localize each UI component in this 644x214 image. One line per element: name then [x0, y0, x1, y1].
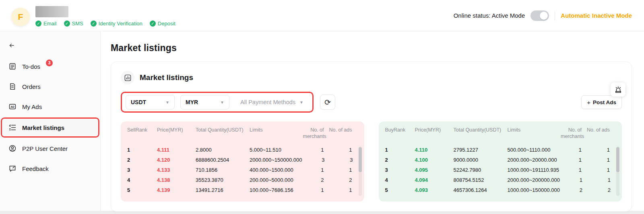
check-icon: ✓: [35, 21, 41, 27]
table-scrollbar[interactable]: [359, 146, 362, 196]
table-cell: 2: [326, 175, 352, 185]
table-cell: 2: [584, 185, 611, 195]
sidebar-item-label: To-dos: [22, 63, 40, 70]
payment-methods-value: All Payment Methods: [240, 99, 295, 105]
sidebar-item-p2p-user-center[interactable]: P2P User Center: [0, 138, 100, 158]
column-header: No. of ads: [326, 127, 352, 134]
table-cell: 1: [385, 145, 413, 155]
table-cell: 4.133: [157, 165, 194, 175]
coin-dropdown[interactable]: USDT ▼: [126, 95, 175, 109]
scrollbar-thumb[interactable]: [359, 147, 362, 172]
badge-label: Email: [43, 21, 57, 27]
market-listings-icon: [8, 123, 17, 132]
table-row: 34.133710.1856400.000~1500.00011: [127, 165, 359, 175]
top-right: Online status: Active Mode Automatic Ina…: [454, 10, 632, 21]
table-cell: 1: [583, 145, 610, 155]
badge-label: Identity Verification: [99, 21, 142, 27]
table-cell: 2: [127, 155, 155, 165]
app-window: F ✓ Email ✓ SMS ✓ Identity Verification: [0, 0, 644, 211]
sidebar-item-todos[interactable]: To-dos 3: [0, 56, 100, 76]
fiat-dropdown[interactable]: MYR ▼: [180, 95, 229, 109]
todos-count-badge: 3: [46, 60, 53, 66]
table-cell: 2000.000~150000.000: [250, 155, 302, 165]
svg-text:AD: AD: [10, 105, 14, 108]
annotation-box-sidebar: Market listings: [1, 117, 99, 138]
table-cell: 5.000~11.510: [250, 145, 301, 155]
table-cell: 3: [385, 165, 413, 175]
column-header: BuyRank: [385, 127, 413, 134]
chevron-down-icon: ▼: [299, 100, 303, 105]
table-cell: 1: [326, 185, 352, 195]
sidebar: To-dos 3 Orders AD My Ads: [0, 31, 101, 211]
table-cell: 4: [385, 175, 413, 185]
refresh-button[interactable]: ⟳: [320, 95, 335, 110]
table-row: 54.13913491.2716100.000~7686.15611: [127, 185, 359, 195]
table-cell: 4.139: [157, 185, 194, 195]
payment-methods-dropdown[interactable]: All Payment Methods ▼: [235, 95, 309, 109]
table-cell: 4657306.1264: [454, 185, 506, 195]
table-cell: 3: [326, 155, 353, 165]
table-cell: 5: [385, 185, 413, 195]
table-cell: 4.094: [415, 175, 452, 185]
automatic-inactive-mode-link[interactable]: Automatic Inactive Mode: [561, 12, 632, 19]
post-ads-button[interactable]: + Post Ads: [581, 95, 622, 109]
table-cell: 13491.2716: [196, 185, 248, 195]
table-cell: 9000.0000: [454, 155, 506, 165]
table-scrollbar[interactable]: [616, 146, 619, 196]
column-header: SellRank: [127, 127, 155, 134]
announcement-tab[interactable]: [611, 82, 625, 97]
sidebar-item-market-listings[interactable]: Market listings: [2, 119, 98, 136]
table-cell: 3: [127, 165, 155, 175]
post-ads-label: Post Ads: [593, 99, 616, 105]
table-cell: 4.111: [157, 145, 194, 155]
table-cell: 4.110: [415, 145, 452, 155]
table-cell: 1: [583, 155, 610, 165]
table-cell: 500.000~1110.000: [508, 145, 559, 155]
chevron-down-icon: ▼: [220, 100, 224, 105]
check-icon: ✓: [91, 21, 97, 27]
table-cell: 4.138: [157, 175, 194, 185]
sidebar-item-my-ads[interactable]: AD My Ads: [0, 97, 100, 117]
table-cell: 1: [326, 145, 352, 155]
table-row: 24.1009000.00002000.000~20000.00011: [385, 155, 617, 165]
table-cell: 200.000~5000.000: [250, 175, 301, 185]
table-cell: 2: [303, 175, 324, 185]
sidebar-item-label: Orders: [22, 83, 41, 90]
online-status-label: Online status: Active Mode: [454, 12, 525, 19]
sidebar-item-feedback[interactable]: Feedback: [0, 158, 100, 179]
table-cell: 1000.000~150000.000: [508, 185, 560, 195]
fiat-dropdown-value: MYR: [186, 99, 198, 105]
my-ads-icon: AD: [8, 102, 17, 111]
sidebar-item-label: My Ads: [22, 103, 42, 110]
column-header: Price(MYR): [157, 127, 194, 134]
username-redacted: [35, 6, 68, 17]
table-cell: 710.1856: [196, 165, 248, 175]
table-cell: 52242.7980: [454, 165, 506, 175]
buy-table: BuyRank Price(MYR) Total Quantity(USDT) …: [379, 121, 622, 202]
column-header: Total Quantity(USDT): [196, 127, 248, 134]
feedback-icon: [8, 164, 17, 173]
table-cell: 100.000~7686.156: [250, 185, 301, 195]
table-header-row: BuyRank Price(MYR) Total Quantity(USDT) …: [385, 127, 617, 140]
sidebar-item-label: Market listings: [22, 124, 64, 131]
column-header: Price(MYR): [415, 127, 452, 134]
table-rows: 14.1112.80005.000~11.5101124.1206888600.…: [127, 145, 359, 195]
main-content: Market listings Market listings USDT ▼: [101, 31, 644, 211]
table-cell: 5: [127, 185, 155, 195]
chart-icon: [121, 71, 134, 84]
table-cell: 6888600.2504: [196, 155, 248, 165]
siren-icon: [614, 86, 622, 94]
scrollbar-thumb[interactable]: [616, 147, 619, 172]
avatar-letter: F: [18, 12, 23, 22]
collapse-icon: [8, 42, 15, 49]
table-cell: 1: [303, 165, 324, 175]
check-icon: ✓: [64, 21, 70, 27]
check-icon: ✓: [150, 21, 156, 27]
column-header: Limits: [508, 127, 559, 134]
sidebar-collapse-button[interactable]: [0, 38, 100, 56]
sidebar-item-orders[interactable]: Orders: [0, 76, 100, 97]
table-cell: 1: [303, 145, 324, 155]
table-cell: 1: [561, 155, 582, 165]
p2p-user-center-icon: [8, 144, 17, 153]
online-status-toggle[interactable]: [530, 10, 549, 21]
